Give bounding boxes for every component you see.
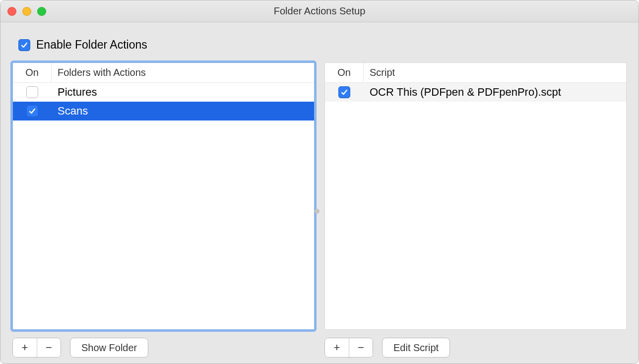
folders-header-on[interactable]: On (13, 63, 52, 82)
minimize-button[interactable] (22, 7, 31, 16)
folders-header-name[interactable]: Folders with Actions (52, 63, 314, 82)
window: Folder Actions Setup Enable Folder Actio… (0, 0, 639, 364)
remove-script-button[interactable]: − (349, 338, 373, 357)
folders-list-header: On Folders with Actions (13, 63, 314, 83)
enable-folder-actions-checkbox[interactable] (18, 39, 30, 51)
panel-resize-grip[interactable] (315, 209, 320, 214)
folders-panel-footer: + − Show Folder (12, 338, 315, 358)
folders-list-body: Pictures Scans (13, 83, 314, 121)
scripts-list-body: OCR This (PDFpen & PDFpenPro).scpt (325, 83, 626, 102)
remove-folder-button[interactable]: − (37, 338, 61, 357)
edit-script-button[interactable]: Edit Script (382, 338, 450, 358)
show-folder-button[interactable]: Show Folder (70, 338, 148, 358)
script-row-name: OCR This (PDFpen & PDFpenPro).scpt (364, 86, 622, 99)
folders-panel: On Folders with Actions Pictures (12, 62, 315, 358)
checkmark-icon (20, 41, 28, 49)
folder-row-checkbox[interactable] (26, 105, 38, 117)
enable-folder-actions-label: Enable Folder Actions (36, 38, 147, 52)
scripts-header-on[interactable]: On (325, 63, 364, 82)
folder-row-name: Scans (52, 105, 310, 118)
window-title: Folder Actions Setup (274, 5, 366, 17)
scripts-list-header: On Script (325, 63, 626, 83)
folders-listbox[interactable]: On Folders with Actions Pictures (12, 62, 315, 330)
folders-add-remove: + − (12, 338, 61, 358)
zoom-button[interactable] (37, 7, 46, 16)
scripts-header-name[interactable]: Script (364, 63, 626, 82)
traffic-lights (7, 7, 46, 16)
script-row-checkbox[interactable] (338, 86, 350, 98)
scripts-add-remove: + − (324, 338, 373, 358)
panels: On Folders with Actions Pictures (12, 62, 627, 358)
folder-row[interactable]: Pictures (13, 83, 314, 102)
checkmark-icon (340, 88, 348, 96)
enable-folder-actions-row: Enable Folder Actions (18, 38, 625, 52)
checkmark-icon (28, 107, 36, 115)
scripts-listbox[interactable]: On Script OCR This (PDFpen & PDFpenPro).… (324, 62, 627, 330)
add-folder-button[interactable]: + (13, 338, 37, 357)
folder-row[interactable]: Scans (13, 102, 314, 121)
close-button[interactable] (7, 7, 16, 16)
titlebar: Folder Actions Setup (0, 0, 639, 22)
folder-row-checkbox[interactable] (26, 86, 38, 98)
window-content: Enable Folder Actions On Folders with Ac… (0, 22, 639, 364)
scripts-panel: On Script OCR This (PDFpen & PDFpenPro).… (324, 62, 627, 358)
add-script-button[interactable]: + (325, 338, 349, 357)
scripts-panel-footer: + − Edit Script (324, 338, 627, 358)
script-row[interactable]: OCR This (PDFpen & PDFpenPro).scpt (325, 83, 626, 102)
folder-row-name: Pictures (52, 86, 310, 99)
